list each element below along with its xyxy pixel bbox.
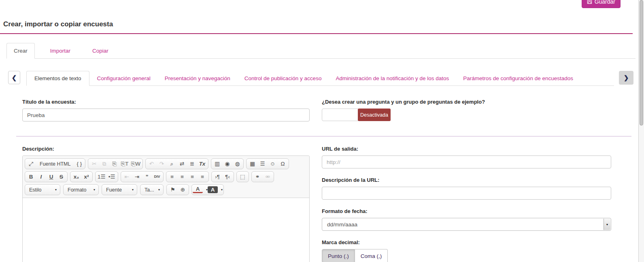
direction-rtl-icon[interactable]: ¶‹ [223,172,233,181]
decimal-comma-button[interactable]: Coma (,) [355,249,388,262]
align-right-icon[interactable]: ≡ [187,172,198,181]
editor-content-area[interactable] [23,198,309,262]
save-button-label: Guardar [595,0,615,5]
text-color-icon[interactable]: A [193,187,203,193]
paste-word-icon[interactable]: ⎘W [130,159,142,168]
format-dropdown-label: Formato [68,187,87,193]
subtab-parametros-encuestados[interactable]: Parámetros de configuración de encuestad… [457,71,580,85]
cut-icon[interactable]: ✂ [89,159,99,168]
indent-icon[interactable]: ⇥ [132,172,142,181]
div-block-icon[interactable]: DIV [152,172,162,181]
undo-icon[interactable]: ↶ [147,159,157,168]
decimal-mark-group: Punto (.) Coma (,) [322,249,388,262]
outdent-icon[interactable]: ⇤ [122,172,132,181]
replace-icon[interactable]: ⇄ [177,159,187,168]
chevron-left-icon: ❮ [12,74,17,81]
toggle-state-button[interactable]: Desactivada [358,109,391,121]
rich-text-editor: ⤢ Fuente HTML { } ✂ ⧉ ⎘ ⎘T ⎘W ↶ [22,155,310,262]
example-question-label: ¿Desea crear una pregunta y un grupo de … [322,99,611,105]
caret-down-icon[interactable]: ▾ [221,188,223,192]
special-char-icon[interactable]: Ω [278,159,288,168]
italic-icon[interactable]: I [36,172,46,181]
decimal-point-button[interactable]: Punto (.) [322,249,355,262]
flash-icon[interactable]: ◍ [232,159,242,168]
image-icon[interactable]: ▥ [212,159,222,168]
select-all-icon[interactable]: ≣ [187,159,197,168]
div-container-icon[interactable]: ⬚ [238,172,248,181]
caret-down-icon: ▾ [132,188,134,192]
background-color-icon[interactable]: A [208,186,218,193]
bullet-list-icon[interactable]: •☰ [107,172,117,181]
paste-text-icon[interactable]: ⎘T [119,159,130,168]
tab-importar[interactable]: Importar [44,43,77,58]
smiley-icon[interactable]: ☺ [268,159,278,168]
subtab-administracion-notificacion-datos[interactable]: Administración de la notificación y de l… [329,71,455,85]
subtab-configuracion-general[interactable]: Configuración general [91,71,157,85]
font-dropdown-label: Fuente [106,187,122,193]
direction-ltr-icon[interactable]: ›¶ [213,172,223,181]
subscript-icon[interactable]: x₂ [71,172,81,181]
format-dropdown[interactable]: Formato ▾ [63,184,99,195]
subtab-control-publicacion-acceso[interactable]: Control de publicación y acceso [238,71,328,85]
ordered-list-icon[interactable]: 1☰ [96,172,107,181]
blockquote-icon[interactable]: ” [142,172,152,181]
font-size-dropdown[interactable]: Ta... ▾ [140,184,164,195]
date-format-value: dd/mm/aaaa [327,222,357,228]
subtab-strip: Elementos de texto Configuración general… [26,71,614,86]
unlink-icon[interactable]: ⚮ [263,172,273,181]
end-url-input[interactable] [322,155,611,168]
style-dropdown[interactable]: Estilo ▾ [25,184,60,195]
editor-toolbar: ⤢ Fuente HTML { } ✂ ⧉ ⎘ ⎘T ⎘W ↶ [23,156,309,198]
url-description-input[interactable] [322,187,611,200]
main-tab-bar: Crear Importar Copiar [6,43,635,59]
settings-tab-bar: ❮ Elementos de texto Configuración gener… [8,71,633,86]
paste-icon[interactable]: ⎘ [109,159,119,168]
redo-icon[interactable]: ↷ [157,159,167,168]
vertical-scrollbar[interactable] [638,0,644,262]
chevron-right-icon: ❯ [624,74,629,81]
align-left-icon[interactable]: ≡ [167,172,177,181]
example-question-toggle[interactable]: Desactivada [322,109,611,121]
save-button[interactable]: Guardar [582,0,621,8]
tab-copiar[interactable]: Copiar [86,43,115,58]
underline-icon[interactable]: U [46,172,56,181]
strikethrough-icon[interactable]: S [56,172,66,181]
align-justify-icon[interactable]: ≡ [198,172,208,181]
form-content: Título de la encuesta: ¿Desea crear una … [0,86,644,262]
end-url-label: URL de salida: [322,146,611,152]
survey-title-input[interactable] [22,109,310,121]
subtab-elementos-de-texto[interactable]: Elementos de texto [26,71,89,86]
caret-down-icon: ▾ [55,188,57,192]
flag-icon[interactable]: ⚑ [168,185,178,194]
caret-down-icon: ▾ [158,188,160,192]
media-icon[interactable]: ◉ [222,159,232,168]
link-icon[interactable]: ⚭ [253,172,263,181]
save-icon [587,0,592,4]
subtabs-prev-button[interactable]: ❮ [8,71,20,84]
select-arrow-icon[interactable]: ▼ [604,219,610,230]
horizontal-line-icon[interactable]: ☰ [257,159,268,168]
bold-icon[interactable]: B [26,172,36,181]
toggle-empty-side[interactable] [322,109,358,121]
section-divider [16,136,631,136]
scrollbar-thumb[interactable] [640,0,643,126]
subtabs-next-button[interactable]: ❯ [619,71,633,85]
find-icon[interactable]: ⌕ [167,159,177,168]
tab-crear[interactable]: Crear [6,43,35,59]
source-html-button[interactable]: Fuente HTML [36,161,74,167]
page-title: Crear, importar o copiar encuesta [0,0,644,28]
subtab-presentacion-navegacion[interactable]: Presentación y navegación [158,71,237,85]
url-description-label: Descripción de la URL: [322,177,611,183]
table-icon[interactable]: ▦ [247,159,257,168]
superscript-icon[interactable]: x² [81,172,91,181]
date-format-label: Formato de fecha: [322,208,611,214]
templates-icon[interactable]: { } [74,159,84,168]
remove-format-icon[interactable]: Tx [197,159,207,168]
font-dropdown[interactable]: Fuente ▾ [102,184,137,195]
copy-icon[interactable]: ⧉ [99,159,109,168]
align-center-icon[interactable]: ≡ [177,172,187,181]
title-rule [0,33,633,34]
date-format-select[interactable]: dd/mm/aaaa ▼ [322,218,611,231]
globe-icon[interactable]: ⊕ [178,185,188,194]
maximize-icon[interactable]: ⤢ [26,159,36,168]
